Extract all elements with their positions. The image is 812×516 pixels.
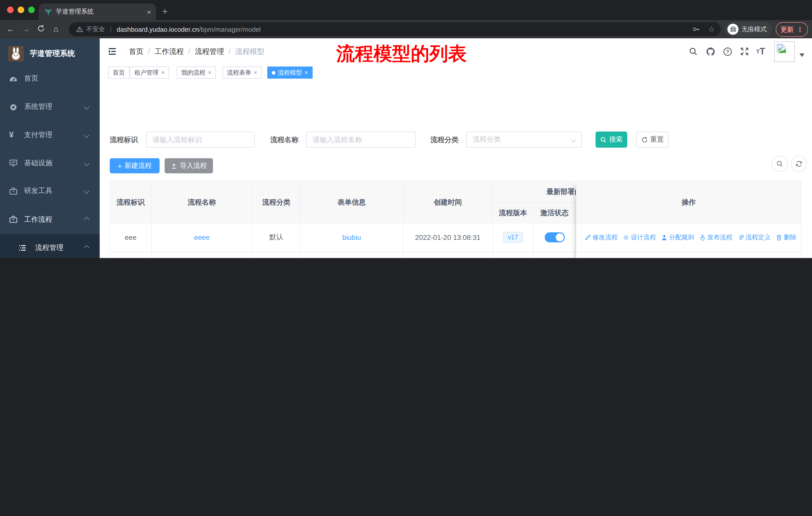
- search-label: 搜索: [609, 135, 623, 144]
- window-close-button[interactable]: [7, 6, 13, 13]
- security-warning-icon[interactable]: [76, 26, 83, 33]
- cell-category: 默认: [253, 224, 300, 251]
- tag-home[interactable]: 首页: [108, 66, 129, 79]
- sidebar-fold-icon[interactable]: [104, 38, 121, 64]
- tag-label: 流程表单: [227, 68, 251, 77]
- browser-tab[interactable]: 芋道管理系统 ×: [39, 3, 156, 20]
- breadcrumb-sep: /: [188, 47, 190, 55]
- incognito-icon: [727, 24, 738, 35]
- process-name-link[interactable]: eeee: [194, 234, 210, 242]
- publish-process-link[interactable]: 发布流程: [699, 233, 732, 242]
- delete-link[interactable]: 删除: [776, 233, 796, 242]
- forward-icon[interactable]: →: [18, 25, 33, 34]
- chevron-up-icon: [84, 217, 90, 222]
- refresh-button[interactable]: [791, 156, 807, 172]
- col-header-active: 激活状态: [533, 202, 576, 224]
- cell-id: self: [110, 252, 151, 258]
- col-header-form: 表单信息: [300, 182, 403, 224]
- back-icon[interactable]: ←: [3, 25, 18, 34]
- tag-close-icon[interactable]: ×: [254, 69, 257, 76]
- browser-menu-icon[interactable]: ⋮: [796, 26, 803, 33]
- sidebar-item-infra[interactable]: 基础设施: [0, 149, 100, 177]
- table-row: eee eeee 默认 biubiu 2022-01-20 13:08:31 v…: [110, 224, 576, 252]
- breadcrumb-workflow[interactable]: 工作流程: [154, 47, 184, 56]
- tag-label: 首页: [113, 68, 125, 77]
- form-info-link[interactable]: biubiu: [342, 234, 361, 242]
- tab-close-icon[interactable]: ×: [147, 8, 151, 16]
- window-minimize-button[interactable]: [18, 6, 24, 13]
- avatar[interactable]: [774, 41, 795, 62]
- tag-close-icon[interactable]: ×: [208, 69, 211, 76]
- sidebar-item-devtools[interactable]: 研发工具: [0, 177, 100, 205]
- col-header-name: 流程名称: [151, 182, 253, 224]
- sidebar-logo[interactable]: 芋道管理系统: [0, 42, 100, 64]
- sidebar-item-label: 系统管理: [24, 102, 52, 111]
- import-label: 导入流程: [180, 161, 207, 170]
- action-label: 修改流程: [592, 233, 618, 242]
- viewport: 芋道管理系统 × + ← → ⌂ 不安全 | dashboard.yudao.i…: [0, 0, 812, 258]
- tag-process-form[interactable]: 流程表单 ×: [223, 66, 262, 79]
- font-size-icon[interactable]: TT: [752, 38, 769, 64]
- window-zoom-button[interactable]: [28, 6, 35, 13]
- tag-label: 流程模型: [278, 68, 302, 77]
- process-model-table: 流程标识 流程名称 流程分类 表单信息 创建时间 最新部署的流程定义 流程版本 …: [110, 181, 802, 258]
- tag-close-icon[interactable]: ×: [304, 69, 308, 76]
- browser-update-button[interactable]: 更新 ⋮: [776, 22, 808, 37]
- breadcrumb-home[interactable]: 首页: [129, 47, 143, 56]
- sidebar-item-label: 支付管理: [24, 131, 52, 140]
- sidebar: 芋道管理系统 首页 系统管理 ¥ 支付管理: [0, 38, 100, 258]
- sidebar-item-label: 研发工具: [24, 186, 52, 195]
- show-search-button[interactable]: [772, 156, 788, 172]
- process-name-input[interactable]: [306, 132, 416, 147]
- browser-tab-strip: 芋道管理系统 × +: [0, 0, 812, 20]
- home-icon[interactable]: ⌂: [48, 25, 63, 34]
- dashboard-icon: [9, 74, 18, 83]
- process-definition-link[interactable]: 流程定义: [737, 233, 771, 242]
- red-annotation: 流程模型的列表: [336, 41, 467, 66]
- avatar-caret-icon[interactable]: [800, 53, 805, 59]
- edit-process-link[interactable]: 修改流程: [584, 233, 618, 242]
- sidebar-item-label: 基础设施: [24, 159, 52, 167]
- new-tab-button[interactable]: +: [162, 4, 168, 19]
- key-icon[interactable]: [692, 25, 700, 33]
- chevron-down-icon: [84, 188, 90, 194]
- category-select[interactable]: 流程分类: [466, 132, 582, 147]
- active-toggle[interactable]: [545, 233, 564, 243]
- t-small: T: [756, 48, 759, 54]
- sidebar-item-payment[interactable]: ¥ 支付管理: [0, 121, 100, 149]
- create-label: 新建流程: [124, 161, 152, 170]
- design-process-link[interactable]: 设计流程: [623, 233, 656, 242]
- version-badge[interactable]: v17: [503, 232, 523, 243]
- github-icon[interactable]: [702, 38, 719, 64]
- sidebar-item-system[interactable]: 系统管理: [0, 93, 100, 121]
- process-id-input[interactable]: [146, 132, 255, 147]
- fullscreen-icon[interactable]: [736, 38, 753, 64]
- row-actions: 修改流程 设计流程 分配规则 发布流程 流程定义 删除: [576, 252, 801, 258]
- tag-close-icon[interactable]: ×: [161, 69, 165, 76]
- reset-button[interactable]: 重置: [636, 132, 669, 147]
- tag-process-model[interactable]: 流程模型 ×: [267, 66, 313, 79]
- sidebar-item-label: 首页: [24, 74, 38, 83]
- sidebar-item-workflow[interactable]: 工作流程: [0, 205, 100, 234]
- tag-my-process[interactable]: 我的流程 ×: [177, 66, 216, 79]
- breadcrumb-sep: /: [148, 47, 150, 55]
- chevron-down-icon: [84, 160, 90, 166]
- help-icon[interactable]: ?: [719, 38, 736, 64]
- create-process-button[interactable]: + 新建流程: [110, 158, 160, 173]
- search-icon[interactable]: [685, 38, 702, 64]
- sidebar-item-home[interactable]: 首页: [0, 64, 100, 93]
- import-process-button[interactable]: 导入流程: [165, 158, 213, 173]
- url-path: /bpm/manager/model: [199, 25, 261, 33]
- question-glyph: ?: [726, 49, 729, 54]
- assign-rule-link[interactable]: 分配规则: [661, 233, 694, 242]
- reload-icon[interactable]: [33, 24, 48, 34]
- address-bar[interactable]: 不安全 | dashboard.yudao.iocoder.cn/bpm/man…: [69, 22, 721, 36]
- filter-id-label: 流程标识: [110, 132, 138, 147]
- bookmark-star-icon[interactable]: ☆: [708, 25, 715, 34]
- col-header-id: 流程标识: [110, 182, 151, 224]
- breadcrumb-process-manage[interactable]: 流程管理: [195, 47, 224, 56]
- search-button[interactable]: 搜索: [596, 132, 627, 147]
- tag-tenant[interactable]: 租户管理 ×: [130, 66, 169, 79]
- sidebar-item-process-manage[interactable]: 流程管理: [0, 234, 100, 258]
- security-label[interactable]: 不安全: [86, 25, 105, 33]
